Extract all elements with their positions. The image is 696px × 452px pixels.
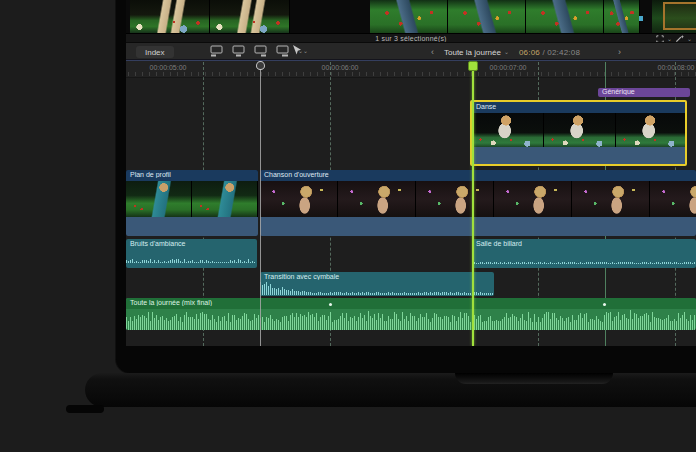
clip-chanson-ouverture[interactable]: Chanson d'ouverture [260,170,696,236]
timeline-toolbar: Index ⌄ [126,42,696,60]
ruler-timecode-label: 00:00:06:00 [322,64,359,71]
timeline-area[interactable]: Générique Danse [126,78,696,346]
video-thumbnail [370,0,448,33]
video-thumbnail [416,181,494,217]
current-timecode: 06:06 [519,48,540,57]
chevron-down-icon[interactable]: ⌄ [687,36,692,42]
project-name-menu[interactable]: Toute la journée ⌄ [444,48,509,57]
selection-status-text: 1 sur 3 sélectionné(s) [375,35,446,42]
video-thumbnail [192,181,258,217]
clip-header: Danse [472,102,685,113]
clip-label: Danse [472,102,685,110]
video-thumbnail [472,113,544,147]
ruler-timecode-label: 00:00:07:00 [490,64,527,71]
clip-filmstrip [472,113,685,147]
video-thumbnail [616,113,685,147]
audio-waveform [126,256,257,263]
clip-bruits-ambiance[interactable]: Bruits d'ambiance [126,239,257,268]
skimmer-handle [256,61,265,70]
append-edit-icon[interactable] [254,45,267,57]
ruler-timecode-label: 00:00:08:00 [658,64,695,71]
video-thumbnail [126,181,192,217]
clip-label: Salle de billard [472,239,696,247]
timeline-ruler[interactable]: 00:00:05:00 00:00:06:00 00:00:07:00 00:0… [126,60,696,78]
video-thumbnail [130,0,210,33]
clip-marker-dot [329,303,332,306]
video-thumbnail [544,113,616,147]
total-duration: 02:42:08 [547,48,580,57]
clip-header: Plan de profil [126,170,258,181]
clip-transition-cymbale[interactable]: Transition avec cymbale [260,272,494,296]
video-thumbnail [526,0,604,33]
clip-audio-portion [126,217,258,236]
browser-clip-pool-table[interactable] [370,0,640,33]
connect-edit-icon[interactable] [210,45,223,57]
playhead-handle[interactable] [468,61,478,71]
macbook-base [85,373,696,407]
video-thumbnail [650,181,696,217]
clip-header: Toute la journée (mix final) [126,298,696,309]
video-thumbnail [604,0,640,33]
chevron-down-icon[interactable]: ⌄ [667,36,672,42]
browser-filmstrip-area [126,0,696,33]
arrow-cursor-icon [292,45,301,56]
audio-waveform [260,282,494,295]
edit-buttons-group: ⌄ [210,45,303,57]
browser-selection-outline [663,2,696,30]
video-thumbnail [448,0,526,33]
overwrite-edit-icon[interactable] [276,45,289,57]
chevron-down-icon: ⌄ [504,49,509,55]
previous-project-arrow[interactable]: ‹ [431,47,434,57]
clip-label: Chanson d'ouverture [260,170,696,178]
browser-clip-dog[interactable] [130,0,290,33]
clip-header: Chanson d'ouverture [260,170,696,181]
playhead-line[interactable] [472,62,474,346]
timecode-display: 06:06 / 02:42:08 [519,48,580,57]
skimmer-line [260,62,261,346]
chevron-down-icon: ⌄ [303,48,308,54]
browser-status-bar: 1 sur 3 sélectionné(s) ⌄ ⌄ [126,33,696,42]
clip-label: Bruits d'ambiance [126,239,257,247]
lid-opening-notch [455,373,613,384]
timeline-dashboard: ‹ Toute la journée ⌄ 06:06 / 02:42:08 › [431,43,621,61]
clip-label: Toute la journée (mix final) [126,298,696,306]
clip-label: Transition avec cymbale [260,272,494,280]
tools-menu[interactable]: ⌄ [292,45,308,56]
clip-salle-de-billard[interactable]: Salle de billard [472,239,696,268]
insert-edit-icon[interactable] [232,45,245,57]
next-project-arrow[interactable]: › [618,47,621,57]
project-name-label: Toute la journée [444,48,501,57]
video-thumbnail [572,181,650,217]
index-button-label: Index [145,48,165,57]
clip-filmstrip [126,181,258,217]
video-thumbnail [494,181,572,217]
clip-plan-de-profil[interactable]: Plan de profil [126,170,258,236]
music-waveform [126,309,696,330]
ruler-tick-marks [126,71,696,76]
clip-danse-selected[interactable]: Danse [470,100,687,166]
timecode-separator: / [542,48,544,57]
macbook-screen: 1 sur 3 sélectionné(s) ⌄ ⌄ Index [116,0,696,373]
clip-audio-portion [472,147,685,164]
index-button[interactable]: Index [136,46,174,58]
clip-filmstrip [260,181,696,217]
clip-generique[interactable]: Générique [598,88,690,97]
video-thumbnail [210,0,290,33]
video-thumbnail [338,181,416,217]
macbook-foot [66,405,104,413]
clip-label: Plan de profil [126,170,258,178]
clip-audio-portion [260,217,696,236]
clip-label: Générique [598,88,690,95]
video-thumbnail [260,181,338,217]
final-cut-pro-window: 1 sur 3 sélectionné(s) ⌄ ⌄ Index [126,0,696,346]
desktop-background: 1 sur 3 sélectionné(s) ⌄ ⌄ Index [0,0,696,452]
ruler-timecode-label: 00:00:05:00 [150,64,187,71]
clip-mix-final[interactable]: Toute la journée (mix final) [126,298,696,330]
clip-marker-badge [639,16,643,21]
clip-marker-dot [603,303,606,306]
audio-waveform [472,259,696,264]
